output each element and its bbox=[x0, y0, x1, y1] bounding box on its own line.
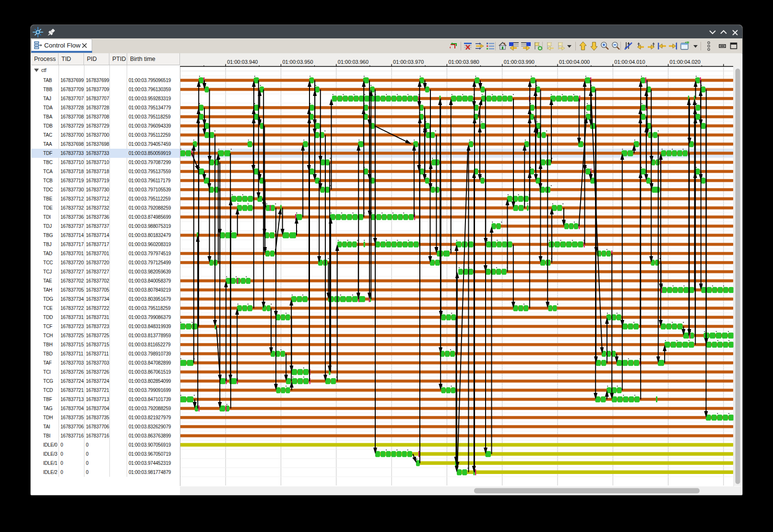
svg-text:01:00:03.980: 01:00:03.980 bbox=[448, 59, 479, 65]
svg-text:01:00:04.010: 01:00:04.010 bbox=[614, 59, 645, 65]
svg-text:01:00:03.940: 01:00:03.940 bbox=[227, 59, 258, 65]
svg-text:01:00:03.960: 01:00:03.960 bbox=[338, 59, 369, 65]
svg-text:01:00:03.970: 01:00:03.970 bbox=[393, 59, 424, 65]
svg-text:01:00:03.950: 01:00:03.950 bbox=[283, 59, 313, 65]
svg-text:01:00:03.990: 01:00:03.990 bbox=[504, 59, 535, 65]
svg-text:01:00:04.000: 01:00:04.000 bbox=[559, 59, 590, 65]
svg-text:01:00:04.020: 01:00:04.020 bbox=[670, 59, 701, 65]
